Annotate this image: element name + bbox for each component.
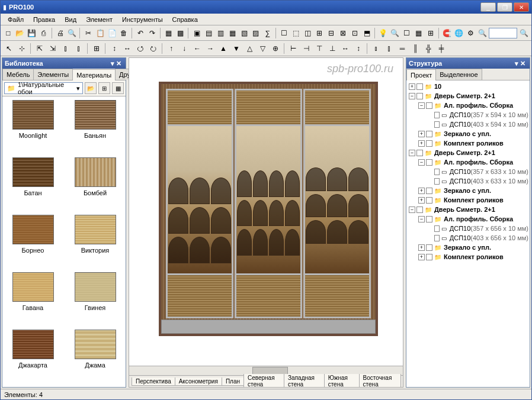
checkbox[interactable] — [426, 140, 432, 147]
tree-node[interactable]: ▭ДСП10 (403 x 656 x 10 мм) — [408, 233, 528, 243]
toolbar-button[interactable]: ↶ — [135, 27, 146, 39]
tree-node[interactable]: ▭ДСП10 (357 x 594 x 10 мм) — [408, 110, 528, 120]
tree-node[interactable]: −📁Ал. профиль. Сборка — [408, 101, 528, 110]
view-grid-button[interactable]: ▦ — [112, 82, 124, 94]
checkbox[interactable] — [434, 225, 440, 232]
toolbar-button[interactable]: ╪ — [435, 43, 447, 54]
tab-selected[interactable]: Выделенное — [435, 69, 482, 80]
toolbar-button[interactable]: ⎙ — [39, 27, 49, 39]
tree-node[interactable]: −📁Дверь Симетр. 2+1 — [408, 148, 528, 157]
toolbar-button[interactable]: ▤ — [203, 27, 214, 39]
toolbar-button[interactable]: ↔ — [121, 43, 133, 54]
toolbar-button[interactable]: ☐ — [402, 27, 412, 39]
view-list-button[interactable]: ⊞ — [98, 82, 110, 94]
toolbar-button[interactable]: ⊥ — [326, 43, 338, 54]
minimize-button[interactable]: _ — [480, 2, 496, 12]
tab-elements[interactable]: Элементы — [33, 69, 73, 80]
expand-icon[interactable]: − — [409, 93, 415, 99]
close-button[interactable]: ✕ — [514, 2, 529, 12]
toolbar-button[interactable]: ⭮ — [148, 43, 159, 54]
toolbar-input[interactable] — [489, 28, 517, 38]
toolbar-button[interactable]: ▩ — [175, 27, 186, 39]
checkbox[interactable] — [434, 178, 440, 185]
material-Баньян[interactable]: Баньян — [68, 100, 122, 154]
toolbar-button[interactable]: 🔍 — [390, 27, 400, 39]
toolbar-button[interactable]: ⊡ — [350, 27, 360, 39]
zoom-button[interactable]: 🔍 — [518, 27, 529, 39]
checkbox[interactable] — [416, 207, 423, 213]
expand-icon[interactable]: − — [418, 102, 425, 109]
material-Джама[interactable]: Джама — [68, 330, 122, 383]
toolbar-button[interactable]: ▦ — [164, 27, 174, 39]
toolbar-button[interactable]: ⊢ — [287, 43, 299, 54]
toolbar-button[interactable]: ⊣ — [300, 43, 312, 54]
toolbar-button[interactable]: ⊞ — [91, 43, 102, 54]
expand-icon[interactable]: − — [409, 207, 415, 213]
expand-icon[interactable]: + — [409, 83, 415, 90]
toolbar-button[interactable]: 🧲 — [441, 27, 452, 39]
toolbar-button[interactable]: 🌐 — [453, 27, 464, 39]
expand-icon[interactable]: − — [409, 150, 415, 156]
toolbar-button[interactable]: ⫿ — [383, 43, 395, 54]
tree-node[interactable]: −📁Дверь Симетр. 2+1 — [408, 91, 528, 101]
tab-furniture[interactable]: Мебель — [2, 69, 34, 80]
expand-icon[interactable]: + — [418, 131, 425, 137]
tree-node[interactable]: ▭ДСП10 (357 x 656 x 10 мм) — [408, 224, 528, 233]
tree-node[interactable]: +📁Зеркало с упл. — [408, 129, 528, 138]
expand-icon[interactable]: − — [418, 216, 425, 222]
checkbox[interactable] — [434, 112, 440, 118]
toolbar-button[interactable]: △ — [243, 43, 255, 54]
tab-materials[interactable]: Материалы — [72, 69, 116, 80]
toolbar-button[interactable]: 🗑 — [118, 27, 129, 39]
toolbar-button[interactable]: ⊞ — [425, 27, 436, 39]
toolbar-button[interactable]: ⫿ — [73, 43, 85, 54]
menu-Инструменты[interactable]: Инструменты — [117, 15, 168, 24]
tree-node[interactable]: ▭ДСП10 (357 x 633 x 10 мм) — [408, 167, 528, 176]
toolbar-button[interactable]: ⇲ — [47, 43, 59, 54]
toolbar-button[interactable]: 💡 — [378, 27, 389, 39]
tree-node[interactable]: +📁Комплект роликов — [408, 252, 528, 262]
checkbox[interactable] — [434, 121, 440, 128]
checkbox[interactable] — [426, 131, 432, 137]
toolbar-button[interactable]: 📋 — [95, 27, 105, 39]
toolbar-button[interactable]: ∑ — [262, 27, 273, 39]
material-Гвинея[interactable]: Гвинея — [68, 272, 122, 326]
checkbox[interactable] — [426, 188, 432, 194]
toolbar-button[interactable]: ↕ — [352, 43, 364, 54]
toolbar-button[interactable]: 📂 — [15, 27, 25, 39]
toolbar-button[interactable]: ═ — [396, 43, 408, 54]
checkbox[interactable] — [426, 197, 432, 204]
checkbox[interactable] — [426, 216, 432, 222]
toolbar-button[interactable]: ▧ — [239, 27, 249, 39]
checkbox[interactable] — [416, 150, 423, 156]
expand-icon[interactable]: + — [418, 244, 425, 251]
wardrobe-model[interactable] — [159, 82, 378, 336]
toolbar-button[interactable]: ⭯ — [134, 43, 146, 54]
toolbar-button[interactable]: ║ — [409, 43, 421, 54]
toolbar-button[interactable]: ▽ — [257, 43, 268, 54]
material-Гавана[interactable]: Гавана — [6, 272, 60, 326]
viewtab-5[interactable]: Южная стена — [324, 374, 360, 388]
material-Джакарта[interactable]: Джакарта — [6, 330, 60, 383]
toolbar-button[interactable]: 🔍 — [477, 27, 488, 39]
tree-node[interactable]: +📁Комплект роликов — [408, 195, 528, 205]
viewtab-3[interactable]: Северная стена — [243, 374, 284, 388]
menu-Справка[interactable]: Справка — [168, 15, 203, 24]
toolbar-button[interactable]: → — [204, 43, 216, 54]
toolbar-button[interactable]: ☐ — [279, 27, 290, 39]
tree-node[interactable]: −📁Ал. профиль. Сборка — [408, 214, 528, 224]
tree-node[interactable]: +📁10 — [408, 82, 528, 91]
toolbar-button[interactable]: ⚙ — [465, 27, 476, 39]
viewtab-1[interactable]: Аксонометрия — [175, 378, 222, 386]
tree-node[interactable]: ▭ДСП10 (403 x 633 x 10 мм) — [408, 176, 528, 186]
toolbar-button[interactable]: ⫿ — [60, 43, 72, 54]
checkbox[interactable] — [426, 102, 432, 109]
up-folder-button[interactable]: 📂 — [85, 82, 97, 94]
toolbar-button[interactable]: ▲ — [217, 43, 229, 54]
material-Виктория[interactable]: Виктория — [68, 215, 122, 269]
toolbar-button[interactable]: 💾 — [27, 27, 37, 39]
viewtab-6[interactable]: Восточная стена — [359, 374, 401, 388]
toolbar-button[interactable]: ⊕ — [270, 43, 281, 54]
viewtab-0[interactable]: Перспектива — [132, 378, 175, 386]
menu-Вид[interactable]: Вид — [60, 15, 81, 24]
